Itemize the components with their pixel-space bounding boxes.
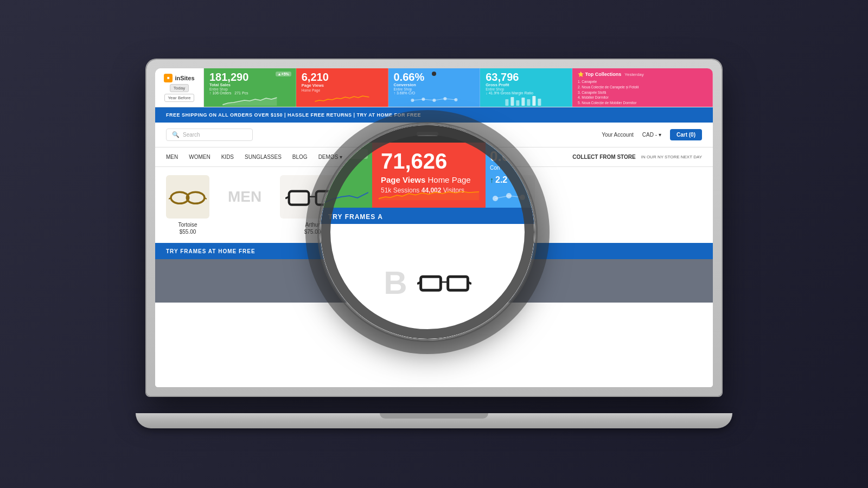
tortoise-price: $55.00 bbox=[180, 229, 196, 235]
gross-profit-label: Gross Profit bbox=[486, 82, 566, 87]
total-sales-chart bbox=[209, 95, 290, 106]
gross-profit-number: 63,796 bbox=[486, 72, 566, 82]
svg-rect-9 bbox=[506, 99, 509, 106]
webcam-dot bbox=[432, 72, 436, 76]
cart-button[interactable]: Cart (0) bbox=[670, 129, 702, 140]
svg-rect-10 bbox=[511, 97, 514, 106]
total-sales-sublabel: Entire Shop bbox=[209, 87, 248, 91]
svg-rect-13 bbox=[527, 99, 531, 106]
mag-dark-glasses bbox=[417, 269, 471, 296]
menu-item-demos[interactable]: DEMOS ▾ bbox=[318, 154, 342, 160]
cad-chevron: ▾ bbox=[659, 132, 661, 138]
cad-label: CAD - bbox=[642, 132, 657, 138]
arrow-up-icon: ↑ bbox=[490, 176, 494, 184]
collect-banner: COLLECT FROM STORE IN OUR NY STORE NEXT … bbox=[572, 154, 702, 160]
mag-red-tile: 71,626 Page Views Home Page 51k Sessions… bbox=[372, 143, 486, 208]
mag-try-text: TRY FRAMES A bbox=[328, 213, 383, 221]
mag-page-views-number: 71,626 bbox=[381, 150, 477, 172]
menu-item-kids[interactable]: KIDS bbox=[221, 154, 234, 160]
gross-profit-chart bbox=[486, 95, 566, 106]
collections-list: 1. Canapele 2. Noua Colecție de Canapele… bbox=[578, 79, 707, 106]
page-views-label: Page Views bbox=[302, 83, 382, 88]
collection-item-1: 1. Canapele bbox=[578, 79, 707, 85]
collect-title: COLLECT FROM STORE bbox=[572, 154, 635, 160]
screen-content: ■ inSites Today Year Before 181,290 Tota… bbox=[155, 68, 713, 387]
total-sales-label: Total Sales bbox=[209, 82, 248, 87]
page-views-chart bbox=[302, 93, 382, 104]
mag-letter-b: B bbox=[384, 264, 407, 301]
collect-subtitle: IN OUR NY STORE NEXT DAY bbox=[641, 155, 702, 159]
mag-lower: TRY FRAMES A B bbox=[321, 210, 534, 339]
arthur-price: $75.00 bbox=[304, 229, 321, 235]
mag-page-views-label: Page Views Home Page bbox=[381, 175, 477, 184]
collections-subtitle: Yesterday bbox=[624, 72, 643, 77]
gross-profit-sublabel: Entire Shop bbox=[486, 87, 566, 91]
conversion-label: Conversion bbox=[394, 82, 425, 87]
mag-pv-bold: Page Views bbox=[381, 175, 427, 184]
mag-try-banner: TRY FRAMES A bbox=[321, 210, 534, 224]
svg-line-6 bbox=[423, 99, 434, 100]
magnifier-overlay: 15% Pcs 71,626 bbox=[319, 124, 536, 341]
search-icon: 🔍 bbox=[172, 131, 180, 138]
shop-nav-bar: FREE SHIPPING ON ALL ORDERS OVER $150 | … bbox=[155, 107, 713, 123]
search-box[interactable]: 🔍 Search bbox=[166, 129, 253, 141]
year-before-button[interactable]: Year Before bbox=[164, 94, 195, 102]
svg-rect-15 bbox=[538, 99, 541, 106]
laptop-body: ■ inSites Today Year Before 181,290 Tota… bbox=[146, 60, 722, 396]
mag-glasses-area: B bbox=[384, 264, 471, 301]
svg-rect-14 bbox=[533, 96, 536, 106]
svg-line-8 bbox=[445, 99, 456, 100]
collection-item-2: 2. Noua Colecție de Canapele și Fotolii bbox=[578, 85, 707, 90]
total-sales-tile: 181,290 Total Sales Entire Shop ▲+5% ↑ 1… bbox=[204, 68, 296, 107]
page-views-tile: 6,210 Page Views Home Page bbox=[296, 68, 388, 107]
menu-item-sunglasses[interactable]: SUNGLASSES bbox=[245, 154, 282, 160]
laptop-wrapper: ■ inSites Today Year Before 181,290 Tota… bbox=[146, 60, 722, 428]
men-text: MEN bbox=[228, 188, 261, 206]
collection-item-5: 5. Noua Colecție de Mobilier Dormitor bbox=[578, 100, 707, 106]
mag-red-chart bbox=[379, 187, 479, 203]
total-sales-badge: ▲+5% bbox=[276, 72, 291, 76]
svg-rect-21 bbox=[289, 191, 309, 204]
product-tortoise[interactable]: Tortoise $55.00 bbox=[166, 175, 209, 235]
tortoise-name: Tortoise bbox=[178, 222, 197, 228]
svg-rect-42 bbox=[420, 277, 441, 290]
page-views-number: 6,210 bbox=[302, 72, 382, 82]
men-partial-text: MEN bbox=[220, 175, 269, 219]
gross-margin: ↓ 41.9% Gross Margin Ratio bbox=[486, 91, 566, 95]
try-frames-text: TRY FRAMES AT HOME FREE bbox=[166, 248, 256, 254]
menu-item-blog[interactable]: BLOG bbox=[292, 154, 308, 160]
total-sales-change: ↑ 106 Orders 271 Pcs bbox=[209, 91, 290, 95]
screen-bezel: ■ inSites Today Year Before 181,290 Tota… bbox=[155, 68, 713, 387]
conversion-chart bbox=[394, 95, 475, 106]
svg-line-5 bbox=[412, 99, 423, 100]
gross-profit-tile: 63,796 Gross Profit Entire Shop ↓ 41.9% … bbox=[480, 68, 572, 107]
insites-icon: ■ bbox=[164, 74, 173, 82]
menu-item-women[interactable]: WOMEN bbox=[189, 154, 210, 160]
account-label[interactable]: Your Account bbox=[602, 132, 634, 138]
collection-item-4: 4. Mobilier Dormitor bbox=[578, 95, 707, 100]
today-button[interactable]: Today bbox=[170, 84, 189, 92]
arthur-name: Arthur bbox=[305, 222, 320, 228]
menu-item-men[interactable]: MEN bbox=[166, 154, 178, 160]
collections-title: ⭐ Top Collections bbox=[578, 72, 621, 77]
logo-text: inSites bbox=[175, 75, 194, 81]
mag-change-num: 2.2 bbox=[495, 175, 507, 185]
search-placeholder: Search bbox=[183, 132, 200, 138]
laptop-base bbox=[136, 413, 732, 428]
conversion-number: 0.66% bbox=[394, 72, 425, 82]
shop-nav-text: FREE SHIPPING ON ALL ORDERS OVER $150 | … bbox=[166, 112, 421, 118]
conversion-change: ↑ 3.68% C/O bbox=[394, 91, 475, 95]
magnifier-content: 15% Pcs 71,626 bbox=[321, 125, 534, 339]
page-views-sublabel: Home Page bbox=[302, 88, 382, 92]
total-sales-number: 181,290 bbox=[209, 72, 248, 82]
collection-item-3: 3. Canapele Stofă bbox=[578, 90, 707, 95]
svg-rect-11 bbox=[516, 100, 520, 106]
svg-rect-43 bbox=[448, 277, 468, 290]
analytics-logo: ■ inSites Today Year Before bbox=[155, 68, 204, 107]
cad-dropdown[interactable]: CAD - ▾ bbox=[642, 132, 661, 138]
svg-line-7 bbox=[434, 99, 445, 100]
logo-brand: ■ inSites bbox=[164, 74, 194, 82]
svg-rect-12 bbox=[522, 98, 525, 106]
top-collections-tile: ⭐ Top Collections Yesterday 1. Canapele … bbox=[572, 68, 713, 107]
tortoise-glasses-img bbox=[169, 186, 207, 208]
